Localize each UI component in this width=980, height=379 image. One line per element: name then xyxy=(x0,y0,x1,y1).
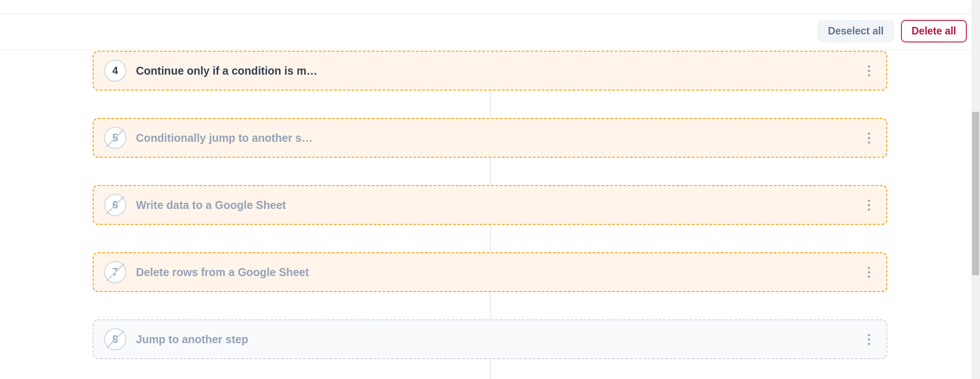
step-number-badge: 5 xyxy=(104,127,126,149)
step-menu-button[interactable] xyxy=(862,62,876,80)
step-row[interactable]: 4 Continue only if a condition is m… xyxy=(93,51,887,91)
step-number-badge: 6 xyxy=(104,194,126,216)
more-vertical-icon xyxy=(868,334,870,345)
more-vertical-icon xyxy=(868,200,870,211)
step-title: Conditionally jump to another s… xyxy=(136,132,313,144)
delete-all-button[interactable]: Delete all xyxy=(901,20,967,42)
step-row[interactable]: 5 Conditionally jump to another s… xyxy=(93,118,887,158)
more-vertical-icon xyxy=(868,65,870,76)
step-number-badge: 4 xyxy=(104,60,126,82)
step-row[interactable]: 8 Jump to another step xyxy=(93,319,887,359)
step-title: Delete rows from a Google Sheet xyxy=(136,266,309,279)
step-menu-button[interactable] xyxy=(862,196,876,214)
steps-list: 4 Continue only if a condition is m… 5 C… xyxy=(93,49,887,379)
step-number-badge: 7 xyxy=(104,261,126,283)
scrollbar-track[interactable] xyxy=(971,0,980,379)
step-menu-button[interactable] xyxy=(862,330,876,348)
more-vertical-icon xyxy=(868,267,870,278)
step-title: Continue only if a condition is m… xyxy=(136,64,317,77)
step-title: Write data to a Google Sheet xyxy=(136,199,286,212)
scrollbar-thumb[interactable] xyxy=(972,112,979,275)
step-row[interactable]: 6 Write data to a Google Sheet xyxy=(93,185,887,225)
top-divider xyxy=(0,13,980,14)
step-number-badge: 8 xyxy=(104,328,126,350)
more-vertical-icon xyxy=(868,133,870,144)
step-title: Jump to another step xyxy=(136,333,248,346)
step-menu-button[interactable] xyxy=(862,129,876,147)
deselect-all-button[interactable]: Deselect all xyxy=(818,20,894,42)
step-row[interactable]: 7 Delete rows from a Google Sheet xyxy=(93,252,887,292)
toolbar: Deselect all Delete all xyxy=(818,20,967,42)
step-menu-button[interactable] xyxy=(862,263,876,281)
